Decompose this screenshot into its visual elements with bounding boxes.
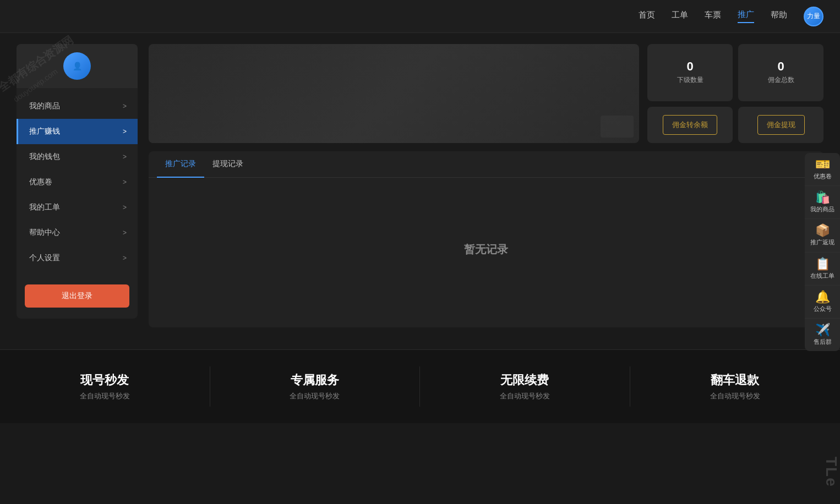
sidebar-item-label-mygoods: 我的商品 bbox=[29, 101, 60, 111]
nav-promote[interactable]: 推广 bbox=[738, 9, 754, 23]
banner-decor bbox=[601, 116, 634, 138]
sidebar-item-settings[interactable]: 个人设置 > bbox=[17, 245, 138, 271]
chevron-right-icon-3: > bbox=[123, 178, 127, 186]
sidebar-avatar: 👤 bbox=[63, 52, 91, 80]
records-section: 推广记录 提现记录 暂无记录 bbox=[149, 151, 823, 327]
sidebar-item-helpcenter[interactable]: 帮助中心 > bbox=[17, 220, 138, 245]
banner-image-inner bbox=[149, 44, 639, 143]
top-navigation: 首页 工单 车票 推广 帮助 力量 bbox=[0, 0, 840, 33]
records-empty-state: 暂无记录 bbox=[149, 178, 823, 321]
chevron-right-icon-1: > bbox=[123, 128, 127, 135]
floating-sidebar: 🎫 优惠卷 🛍️ 我的商品 📦 推广返现 📋 在线工单 🔔 公众号 ✈️ 售后群 bbox=[805, 153, 840, 351]
floating-label-rebate: 推广返现 bbox=[810, 239, 834, 246]
commission-label: 佣金总数 bbox=[768, 75, 794, 85]
stat-commission: 0 佣金总数 bbox=[738, 44, 823, 101]
avatar-icon: 👤 bbox=[73, 62, 82, 70]
subordinates-count: 0 bbox=[686, 61, 693, 73]
footer-item-refund: 翻车退款 全自动现号秒发 bbox=[630, 366, 841, 407]
sidebar: 👤 我的商品 > 推广赚钱 > 我的钱包 > 优惠卷 > 我的工单 bbox=[17, 44, 138, 319]
corner-text: TLe bbox=[822, 457, 840, 487]
commission-transfer-button[interactable]: 佣金转余额 bbox=[663, 115, 717, 135]
sidebar-item-workorder[interactable]: 我的工单 > bbox=[17, 195, 138, 220]
banner-image bbox=[149, 44, 639, 143]
footer-title-exclusive: 专属服务 bbox=[291, 372, 339, 388]
floating-item-mygoods[interactable]: 🛍️ 我的商品 bbox=[805, 186, 840, 219]
floating-label-mygoods: 我的商品 bbox=[810, 206, 834, 213]
chevron-right-icon-5: > bbox=[123, 229, 127, 237]
floating-item-officialaccount[interactable]: 🔔 公众号 bbox=[805, 286, 840, 319]
banner-section: 0 下级数量 0 佣金总数 佣金转余额 佣金提现 bbox=[149, 44, 823, 143]
floating-item-coupons[interactable]: 🎫 优惠卷 bbox=[805, 153, 840, 186]
tab-promote-records[interactable]: 推广记录 bbox=[157, 151, 204, 178]
chevron-right-icon-6: > bbox=[123, 254, 127, 262]
sidebar-item-label-wallet: 我的钱包 bbox=[29, 152, 60, 162]
sidebar-avatar-area: 👤 bbox=[63, 52, 91, 80]
commission-withdraw-button[interactable]: 佣金提现 bbox=[757, 115, 805, 135]
officialaccount-icon: 🔔 bbox=[815, 291, 830, 303]
footer: 现号秒发 全自动现号秒发 专属服务 全自动现号秒发 无限续费 全自动现号秒发 翻… bbox=[0, 349, 840, 423]
footer-sub-unlimited: 全自动现号秒发 bbox=[500, 391, 550, 401]
footer-title-unlimited: 无限续费 bbox=[500, 372, 549, 388]
floating-label-onlineworkorder: 在线工单 bbox=[810, 272, 834, 280]
stat-transfer-box: 佣金转余额 bbox=[647, 107, 733, 143]
nav-workorder[interactable]: 工单 bbox=[672, 10, 688, 23]
subordinates-label: 下级数量 bbox=[677, 75, 703, 85]
sidebar-item-wallet[interactable]: 我的钱包 > bbox=[17, 144, 138, 169]
footer-title-instant: 现号秒发 bbox=[80, 372, 129, 388]
floating-label-officialaccount: 公众号 bbox=[814, 305, 832, 313]
coupon-icon: 🎫 bbox=[815, 158, 830, 171]
floating-item-afterservice[interactable]: ✈️ 售后群 bbox=[805, 319, 840, 351]
sidebar-item-label-coupons: 优惠卷 bbox=[29, 177, 52, 187]
footer-sub-exclusive: 全自动现号秒发 bbox=[290, 391, 340, 401]
sidebar-item-label-workorder: 我的工单 bbox=[29, 202, 60, 212]
main-content: 👤 我的商品 > 推广赚钱 > 我的钱包 > 优惠卷 > 我的工单 bbox=[0, 33, 840, 338]
stats-panel: 0 下级数量 0 佣金总数 佣金转余额 佣金提现 bbox=[647, 44, 823, 143]
workorder-icon: 📋 bbox=[815, 258, 830, 270]
nav-items: 首页 工单 车票 推广 帮助 力量 bbox=[639, 7, 823, 26]
stat-withdraw-box: 佣金提现 bbox=[738, 107, 823, 143]
sidebar-item-coupons[interactable]: 优惠卷 > bbox=[17, 169, 138, 195]
commission-count: 0 bbox=[777, 61, 784, 73]
rebate-icon: 📦 bbox=[815, 224, 830, 237]
sidebar-item-label-promote: 推广赚钱 bbox=[29, 127, 60, 136]
footer-title-refund: 翻车退款 bbox=[711, 372, 759, 388]
sidebar-menu: 我的商品 > 推广赚钱 > 我的钱包 > 优惠卷 > 我的工单 > 帮助中心 > bbox=[17, 88, 138, 276]
sidebar-header: 👤 bbox=[17, 44, 138, 88]
chevron-right-icon-0: > bbox=[123, 102, 127, 110]
afterservice-icon: ✈️ bbox=[815, 324, 830, 336]
nav-ticket[interactable]: 车票 bbox=[705, 10, 721, 23]
floating-item-rebate[interactable]: 📦 推广返现 bbox=[805, 219, 840, 252]
sidebar-item-label-helpcenter: 帮助中心 bbox=[29, 228, 60, 238]
mygoods-icon: 🛍️ bbox=[815, 191, 830, 204]
sidebar-item-mygoods[interactable]: 我的商品 > bbox=[17, 94, 138, 119]
footer-sub-refund: 全自动现号秒发 bbox=[710, 391, 760, 401]
sidebar-item-promote[interactable]: 推广赚钱 > bbox=[17, 119, 138, 144]
nav-avatar[interactable]: 力量 bbox=[804, 7, 823, 26]
chevron-right-icon-2: > bbox=[123, 153, 127, 161]
content-area: 0 下级数量 0 佣金总数 佣金转余额 佣金提现 推广记录 提现记录 bbox=[149, 44, 823, 327]
nav-home[interactable]: 首页 bbox=[639, 10, 655, 23]
sidebar-item-label-settings: 个人设置 bbox=[29, 253, 60, 263]
chevron-right-icon-4: > bbox=[123, 204, 127, 211]
stat-subordinates: 0 下级数量 bbox=[647, 44, 733, 101]
nav-help[interactable]: 帮助 bbox=[771, 10, 787, 23]
floating-label-coupons: 优惠卷 bbox=[814, 173, 832, 180]
footer-item-unlimited: 无限续费 全自动现号秒发 bbox=[420, 366, 630, 407]
footer-item-instant: 现号秒发 全自动现号秒发 bbox=[0, 366, 210, 407]
logout-button[interactable]: 退出登录 bbox=[25, 284, 129, 308]
footer-sub-instant: 全自动现号秒发 bbox=[80, 391, 130, 401]
records-tabs: 推广记录 提现记录 bbox=[149, 151, 823, 178]
floating-label-afterservice: 售后群 bbox=[814, 338, 832, 346]
tab-withdraw-records[interactable]: 提现记录 bbox=[204, 151, 252, 178]
floating-item-onlineworkorder[interactable]: 📋 在线工单 bbox=[805, 253, 840, 286]
footer-item-exclusive: 专属服务 全自动现号秒发 bbox=[210, 366, 421, 407]
